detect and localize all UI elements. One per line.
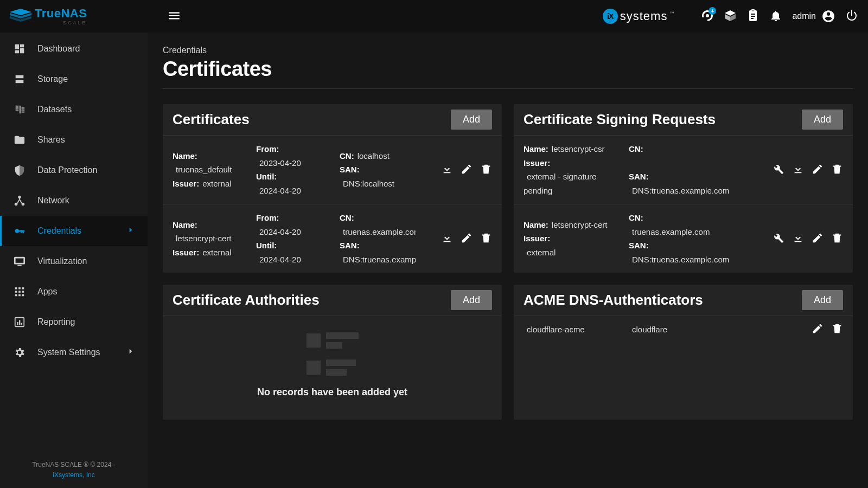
sidebar-item-datasets[interactable]: Datasets xyxy=(0,94,148,125)
svg-rect-24 xyxy=(22,294,24,297)
plus-badge-icon: + xyxy=(709,7,716,15)
row-actions xyxy=(441,163,492,177)
vendor-word: systems xyxy=(620,9,668,23)
acme-card: ACME DNS-Authenticators Add cloudflare-a… xyxy=(514,285,853,420)
sidebar-item-network[interactable]: Network xyxy=(0,185,148,216)
certificates-card: Certificates Add Name:truenas_defaultIss… xyxy=(163,104,502,273)
delete-icon[interactable] xyxy=(831,232,843,246)
power-icon[interactable] xyxy=(845,9,858,24)
footer-copyright: TrueNAS SCALE ® © 2024 - xyxy=(32,461,115,468)
sidebar-item-label: System Settings xyxy=(37,348,100,357)
svg-rect-27 xyxy=(19,320,20,325)
sidebar-item-label: Network xyxy=(37,196,69,206)
svg-rect-20 xyxy=(18,291,21,293)
chevron-right-icon xyxy=(126,346,136,358)
vendor-logo[interactable]: iX systems ™ xyxy=(603,9,674,24)
clipboard-icon[interactable] xyxy=(746,9,760,24)
certificates-title: Certificates xyxy=(173,111,250,128)
edit-icon[interactable] xyxy=(461,163,473,177)
vendor-badge: iX xyxy=(603,9,618,24)
wrench-icon[interactable] xyxy=(773,163,784,177)
acme-title: ACME DNS-Authenticators xyxy=(524,292,703,309)
delete-icon[interactable] xyxy=(480,163,492,177)
username-label: admin xyxy=(792,11,816,21)
csr-add-button[interactable]: Add xyxy=(802,110,843,130)
wrench-icon[interactable] xyxy=(773,232,784,246)
delete-icon[interactable] xyxy=(480,232,492,246)
sidebar-item-system-settings[interactable]: System Settings xyxy=(0,337,148,368)
ca-empty-state: No records have been added yet xyxy=(163,316,502,420)
sidebar-item-label: Data Protection xyxy=(37,165,97,175)
svg-rect-18 xyxy=(22,287,24,290)
sidebar-item-data-protection[interactable]: Data Protection xyxy=(0,155,148,185)
row-actions xyxy=(441,232,492,246)
sidebar-item-label: Reporting xyxy=(37,317,75,327)
sidebar-item-virtualization[interactable]: Virtualization xyxy=(0,246,148,277)
download-icon[interactable] xyxy=(792,163,804,177)
hamburger-icon[interactable] xyxy=(167,9,181,24)
row-actions xyxy=(773,163,843,177)
sidebar-nav: DashboardStorageDatasetsSharesData Prote… xyxy=(0,33,148,368)
row-actions xyxy=(812,323,843,336)
chevron-right-icon xyxy=(126,225,136,237)
delete-icon[interactable] xyxy=(831,323,843,336)
svg-rect-17 xyxy=(18,287,21,290)
svg-rect-26 xyxy=(17,322,18,325)
svg-point-3 xyxy=(706,14,709,17)
certificates-add-button[interactable]: Add xyxy=(451,110,492,130)
ca-empty-text: No records have been added yet xyxy=(163,387,502,398)
sidebar-item-label: Storage xyxy=(37,74,68,84)
sidebar: DashboardStorageDatasetsSharesData Prote… xyxy=(0,33,148,488)
truecommand-icon[interactable]: + xyxy=(701,9,714,24)
user-menu[interactable]: admin xyxy=(792,9,835,23)
svg-rect-21 xyxy=(22,291,24,293)
csr-card: Certificate Signing Requests Add Name:le… xyxy=(514,104,853,273)
sidebar-item-dashboard[interactable]: Dashboard xyxy=(0,34,148,64)
ca-card: Certificate Authorities Add No records h… xyxy=(163,285,502,420)
edit-icon[interactable] xyxy=(812,163,824,177)
sidebar-footer: TrueNAS SCALE ® © 2024 - iXsystems, Inc xyxy=(0,452,148,488)
system-status-icon[interactable] xyxy=(724,9,737,24)
skeleton-icon xyxy=(307,332,359,376)
csr-title: Certificate Signing Requests xyxy=(524,111,716,128)
sidebar-item-shares[interactable]: Shares xyxy=(0,125,148,155)
csr-row: Name:letsencrypt-certIssuer:externalCN:t… xyxy=(514,204,853,273)
certificate-row: Name:truenas_defaultIssuer:externalFrom:… xyxy=(163,135,502,204)
svg-rect-28 xyxy=(21,323,22,325)
svg-rect-19 xyxy=(15,291,17,293)
ca-title: Certificate Authorities xyxy=(173,292,320,309)
acme-add-button[interactable]: Add xyxy=(802,290,843,310)
certificate-row: Name:letsencrypt-certIssuer:externalFrom… xyxy=(163,204,502,273)
sidebar-item-label: Virtualization xyxy=(37,256,87,266)
delete-icon[interactable] xyxy=(831,163,843,177)
download-icon[interactable] xyxy=(441,232,453,246)
sidebar-item-storage[interactable]: Storage xyxy=(0,64,148,94)
brand-logo[interactable]: TrueNAS SCALE xyxy=(10,8,151,25)
svg-rect-16 xyxy=(15,287,17,290)
sidebar-item-label: Dashboard xyxy=(37,44,80,54)
footer-vendor-link[interactable]: iXsystems, Inc xyxy=(53,471,94,479)
page-title: Certificates xyxy=(163,57,853,89)
sidebar-item-label: Apps xyxy=(37,287,57,297)
svg-rect-13 xyxy=(21,230,22,233)
download-icon[interactable] xyxy=(792,232,804,246)
svg-rect-22 xyxy=(15,294,17,297)
ca-add-button[interactable]: Add xyxy=(451,290,492,310)
user-icon xyxy=(821,9,835,23)
notifications-icon[interactable] xyxy=(769,9,782,24)
breadcrumb[interactable]: Credentials xyxy=(163,46,853,55)
sidebar-item-label: Shares xyxy=(37,135,65,145)
row-actions xyxy=(773,232,843,246)
main-content: Credentials Certificates Certificates Ad… xyxy=(148,33,868,488)
edit-icon[interactable] xyxy=(812,232,824,246)
trademark-icon: ™ xyxy=(669,11,674,16)
acme-row: cloudflare-acmecloudflare xyxy=(514,316,853,343)
edit-icon[interactable] xyxy=(812,323,824,336)
sidebar-item-label: Credentials xyxy=(37,226,81,236)
edit-icon[interactable] xyxy=(461,232,473,246)
svg-rect-23 xyxy=(18,294,21,297)
sidebar-item-credentials[interactable]: Credentials xyxy=(0,216,148,246)
sidebar-item-apps[interactable]: Apps xyxy=(0,277,148,307)
download-icon[interactable] xyxy=(441,163,453,177)
sidebar-item-reporting[interactable]: Reporting xyxy=(0,307,148,337)
